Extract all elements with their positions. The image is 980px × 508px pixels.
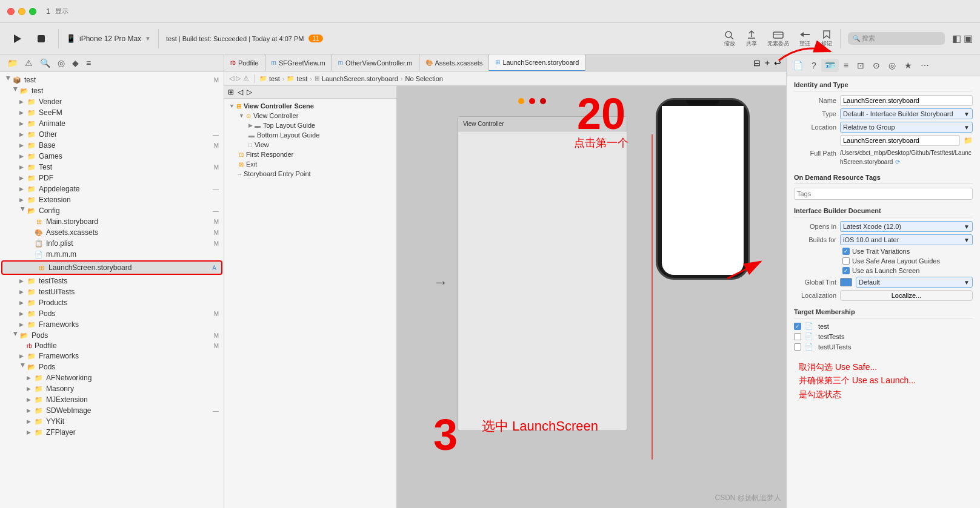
scene-item-exit[interactable]: ⊠ Exit [224,159,396,169]
warning-badge[interactable]: 11 [308,35,322,42]
breadcrumb-part-1[interactable]: test [269,75,280,82]
inspector-opensin-select[interactable]: Latest Xcode (12.0) ▼ [840,221,973,232]
inspector-localize-btn[interactable]: Localize... [840,290,973,301]
editor-menu-btn[interactable]: ↩ [774,58,781,68]
inspector-checkbox-safearea[interactable] [842,257,850,265]
stop-button[interactable] [32,31,51,46]
left-panel-toggle[interactable]: ◧ [952,33,961,44]
source-nav-btn[interactable]: ◎ [55,57,67,69]
inspector-attr-btn[interactable]: ≡ [840,59,852,72]
tree-item-zfplayer[interactable]: ▶ 📁 ZFPlayer [0,427,224,438]
tree-item-products[interactable]: ▶ 📁 Products [0,297,224,308]
tree-item-games[interactable]: ▶ 📁 Games [0,151,224,162]
tree-item-testuitests[interactable]: ▶ 📁 testUITests [0,286,224,297]
storyboard-canvas[interactable]: View Controller → [397,86,786,508]
tree-item-config[interactable]: ▶ 📂 Config — [0,205,224,216]
tree-item-testfolder[interactable]: ▶ 📁 Test M [0,162,224,173]
tree-item-test-group[interactable]: ▶ 📂 test [0,85,224,96]
inspector-location-select[interactable]: Relative to Group ▼ [840,122,973,133]
scene-item-top-guide[interactable]: ▶ ▬ Top Layout Guide [224,120,396,130]
tree-item-pods-root[interactable]: ▶ 📂 Pods M [0,330,224,341]
inspector-identity-btn[interactable]: 🪪 [821,59,839,72]
tree-item-pods-inner[interactable]: ▶ 📂 Pods [0,361,224,372]
tab-assets[interactable]: 🎨 Assets.xcassets [419,54,490,71]
inspector-more-btn[interactable]: ⋯ [917,59,933,72]
tree-item-animate[interactable]: ▶ 📁 Animate [0,118,224,129]
tab-sfgreetview[interactable]: m SFGreetView.m [265,54,332,71]
folder-nav-btn[interactable]: 📁 [5,57,20,69]
tree-item-pods-sub[interactable]: ▶ 📁 Pods M [0,308,224,319]
tree-item-project[interactable]: ▶ 📦 test M [0,74,224,85]
tab-launchscreen[interactable]: ⊞ LaunchScreen.storyboard [489,54,585,71]
tree-item-testtests[interactable]: ▶ 📁 testTests [0,275,224,286]
tree-item-masonry[interactable]: ▶ 📁 Masonry [0,383,224,394]
inspector-name-input[interactable] [840,95,973,106]
minimize-button[interactable] [18,8,25,15]
tree-item-other[interactable]: ▶ 📁 Other — [0,129,224,140]
inspector-bindings-btn[interactable]: ◎ [885,59,899,72]
breadcrumb-part-2[interactable]: test [296,75,307,82]
scene-item-vc[interactable]: ▼ ⊙ View Controller [224,111,396,120]
inspector-type-select[interactable]: Default - Interface Builder Storyboard ▼ [840,108,973,119]
close-button[interactable] [7,8,15,15]
tree-item-podfile[interactable]: ▶ rb Podfile M [0,341,224,351]
tree-item-base[interactable]: ▶ 📁 Base M [0,140,224,151]
breakpoint-nav-btn[interactable]: ◆ [70,57,81,69]
tree-item-pdf[interactable]: ▶ 📁 PDF [0,173,224,183]
right-panel-toggle[interactable]: ▣ [964,33,973,44]
tree-item-mmmm[interactable]: ▶ 📄 m.m.m.m [0,249,224,260]
inspector-file-btn[interactable]: 📄 [789,59,807,72]
delegates-btn[interactable]: 元素委员 [767,30,789,48]
tab-podfile[interactable]: rb Podfile [224,54,265,71]
tree-item-infoplist[interactable]: ▶ 📋 Info.plist M [0,238,224,249]
transfer-btn[interactable]: 望迁 [799,30,811,48]
scene-item-entry-point[interactable]: → Storyboard Entry Point [224,169,396,179]
scene-item-first-responder[interactable]: ⊡ First Responder [224,150,396,159]
scene-item-vc-scene[interactable]: ▼ ⊞ View Controller Scene [224,101,396,111]
maximize-button[interactable] [29,8,36,15]
zoom-btn[interactable]: 缩放 [724,30,736,48]
report-nav-btn[interactable]: ≡ [84,57,93,69]
tree-item-assets[interactable]: ▶ 🎨 Assets.xcassets M [0,227,224,238]
tree-item-yykit[interactable]: ▶ 📁 YYKit [0,416,224,427]
tree-item-frameworks-pods[interactable]: ▶ 📁 Frameworks [0,351,224,361]
tab-otherviewcontroller[interactable]: m OtherViewController.m [332,54,419,71]
scene-back-btn[interactable]: ◁ [238,88,243,96]
scene-item-bottom-guide[interactable]: ▬ Bottom Layout Guide [224,130,396,140]
inspector-effects-btn[interactable]: ★ [901,59,916,72]
split-editor-btn[interactable]: ⊟ [753,58,761,68]
scene-item-view[interactable]: □ View [224,140,396,150]
breadcrumb-part-3[interactable]: LaunchScreen.storyboard [322,75,398,82]
inspector-target-test-checkbox[interactable]: ✓ [794,323,801,330]
mark-btn[interactable]: 标记 [821,30,833,48]
inspector-location-file-input[interactable] [840,135,960,146]
inspector-globaltint-swatch[interactable] [840,278,852,286]
inspector-checkbox-launch[interactable]: ✓ [842,267,850,274]
scene-forward-btn[interactable]: ▷ [247,88,252,96]
search-nav-btn[interactable]: 🔍 [38,57,53,69]
tree-item-vender[interactable]: ▶ 📁 Vender [0,96,224,107]
tree-item-frameworks-sub[interactable]: ▶ 📁 Frameworks [0,319,224,330]
tree-item-sdwebimage[interactable]: ▶ 📁 SDWebImage — [0,405,224,416]
inspector-globaltint-select[interactable]: Default ▼ [856,277,973,288]
tree-item-mjextension[interactable]: ▶ 📁 MJExtension [0,394,224,405]
inspector-tags-input[interactable] [794,188,973,200]
scene-layout-btn[interactable]: ⊞ [228,88,234,96]
tree-item-main-storyboard[interactable]: ▶ ⊞ Main.storyboard M [0,216,224,227]
add-editor-btn[interactable]: ＋ [763,58,772,68]
inspector-quick-help-btn[interactable]: ? [808,59,820,72]
warning-nav-btn[interactable]: ⚠ [22,57,35,69]
tree-item-seefm[interactable]: ▶ 📁 SeeFM [0,107,224,118]
share-btn[interactable]: 共享 [745,30,758,48]
inspector-checkbox-trait[interactable]: ✓ [842,248,850,255]
tree-item-afnetworking[interactable]: ▶ 📁 AFNetworking [0,372,224,383]
inspector-size-btn[interactable]: ⊡ [853,59,868,72]
inspector-target-testtests-checkbox[interactable] [794,333,801,340]
device-selector[interactable]: 📱 iPhone 12 Pro Max ▼ [66,34,151,43]
inspector-fullpath-reveal-btn[interactable]: ⟳ [895,159,900,165]
search-bar[interactable]: 🔍 搜索 [848,32,945,45]
run-button[interactable] [7,31,27,46]
inspector-location-folder-btn[interactable]: 📁 [964,136,973,145]
tree-item-appdelegate[interactable]: ▶ 📁 Appdelegate — [0,183,224,194]
inspector-connections-btn[interactable]: ⊙ [869,59,884,72]
